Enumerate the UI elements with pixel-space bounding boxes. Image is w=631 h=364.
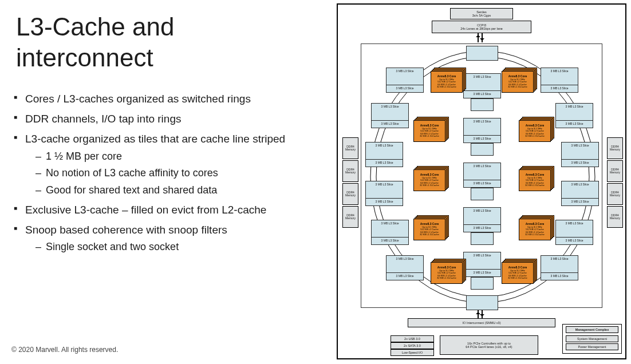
- ddr4-memory-block: DDR4 Memory: [342, 160, 358, 182]
- l3-slice: 3 MB L3 Slice: [541, 68, 578, 76]
- ddr4-memory-block: DDR4 Memory: [342, 137, 358, 159]
- l3-slice: 3 MB L3 Slice: [463, 163, 501, 171]
- l3-slice: 3 MB L3 Slice: [463, 224, 501, 232]
- bullet-3: L3-cache organized as tiles that are cac…: [14, 132, 317, 198]
- tap-node: [471, 98, 494, 111]
- bullet-list: Cores / L3-caches organized as switched …: [14, 92, 317, 259]
- core-label: Armv8.3 CoreUp to 3.1 GHz512 KB L2 Cache…: [502, 71, 534, 93]
- core-label: Armv8.3 CoreUp to 3.1 GHz512 KB L2 Cache…: [502, 262, 534, 284]
- mc-system: System Management: [566, 335, 618, 342]
- l3-slice: 3 MB L3 Slice: [386, 255, 424, 263]
- pcie-block: 16x PCIe Controllers with up to 64 PCIe …: [440, 335, 538, 355]
- l3-slice-stack: 3 MB L3 Slice3 MB L3 Slice: [561, 181, 599, 206]
- ddr4-memory-block: DDR4 Memory: [342, 183, 358, 205]
- mc-title: Management Complex: [566, 326, 618, 333]
- l3-slice-stack: 3 MB L3 Slice3 MB L3 Slice: [541, 255, 578, 280]
- sata-block: 2x SATA 3.0: [391, 342, 434, 349]
- l3-slice: 3 MB L3 Slice: [541, 255, 578, 263]
- tap-node-bottom: [466, 295, 498, 310]
- l3-slice: 3 MB L3 Slice: [541, 85, 578, 93]
- l3-slot-gap: [365, 149, 403, 160]
- bullet-4: Exclusive L3-cache – filled on evict fro…: [14, 203, 317, 218]
- core-cluster: Armv8.3 CoreUp to 3.1 GHz512 KB L2 Cache…: [519, 117, 554, 142]
- bullet-5-sublist: Single socket and two socket: [36, 240, 317, 255]
- core-label: Armv8.3 CoreUp to 3.1 GHz512 KB L2 Cache…: [431, 262, 463, 284]
- core-cluster: Armv8.3 CoreUp to 3.1 GHz512 KB L2 Cache…: [431, 68, 466, 93]
- arrow-up-icon: [478, 310, 479, 318]
- l3-slice: 3 MB L3 Slice: [561, 198, 599, 206]
- tap-node: [471, 188, 494, 200]
- l3-slice: 3 MB L3 Slice: [371, 220, 409, 228]
- ddr4-memory-block: DDR4 Memory: [607, 160, 623, 182]
- l3-slice-stack: 3 MB L3 Slice3 MB L3 Slice: [555, 103, 593, 128]
- l3-slice: 3 MB L3 Slice: [555, 120, 593, 128]
- l3-slice-stack: 3 MB L3 Slice3 MB L3 Slice: [561, 142, 599, 167]
- ddr4-memory-block: DDR4 Memory: [607, 206, 623, 228]
- l3-slice-stack: 3 MB L3 Slice3 MB L3 Slice: [463, 163, 501, 188]
- bullet-3-2: No notion of L3 cache affinity to cores: [36, 166, 317, 181]
- tap-node: [471, 232, 494, 245]
- core-cluster: Armv8.3 CoreUp to 3.1 GHz512 KB L2 Cache…: [502, 259, 537, 284]
- l3-slot-gap: [463, 170, 501, 180]
- bullet-3-3: Good for shared text and shared data: [36, 183, 317, 198]
- tap-node-top: [466, 46, 498, 61]
- bullet-1: Cores / L3-caches organized as switched …: [14, 92, 317, 107]
- copyright-text: © 2020 Marvell. All rights reserved.: [11, 346, 118, 354]
- core-cluster: Armv8.3 CoreUp to 3.1 GHz512 KB L2 Cache…: [502, 68, 537, 93]
- tap-node: [471, 277, 494, 290]
- ddr4-memory-block: DDR4 Memory: [607, 137, 623, 159]
- l3-slice: 3 MB L3 Slice: [371, 120, 409, 128]
- l3-slice-stack: 3 MB L3 Slice3 MB L3 Slice: [463, 252, 501, 277]
- core-cluster: Armv8.3 CoreUp to 3.1 GHz512 KB L2 Cache…: [413, 166, 449, 191]
- ccpi-block: CCPI3 24x Lanes at 28Gbps per lane: [432, 21, 531, 33]
- l3-slot-gap: [561, 149, 599, 160]
- l3-slot-gap: [555, 227, 593, 238]
- l3-slice: 3 MB L3 Slice: [463, 269, 501, 277]
- l3-slot-gap: [561, 188, 599, 199]
- core-cluster: Armv8.3 CoreUp to 3.1 GHz512 KB L2 Cache…: [519, 166, 554, 191]
- l3-slice: 3 MB L3 Slice: [365, 198, 403, 206]
- l3-slice: 3 MB L3 Slice: [463, 180, 501, 188]
- l3-slice-stack: 3 MB L3 Slice3 MB L3 Slice: [371, 103, 409, 128]
- l3-slice: 3 MB L3 Slice: [555, 237, 593, 245]
- core-label: Armv8.3 CoreUp to 3.1 GHz512 KB L2 Cache…: [431, 71, 463, 93]
- l3-slice: 3 MB L3 Slice: [463, 73, 501, 81]
- core-cluster: Armv8.3 CoreUp to 3.1 GHz512 KB L2 Cache…: [431, 259, 466, 284]
- l3-slice-stack: 3 MB L3 Slice3 MB L3 Slice: [386, 255, 424, 280]
- l3-slice-stack: 3 MB L3 Slice3 MB L3 Slice: [541, 68, 578, 93]
- l3-slot-gap: [463, 81, 501, 91]
- l3-slice: 3 MB L3 Slice: [463, 252, 501, 260]
- core-label: Armv8.3 CoreUp to 3.1 GHz512 KB L2 Cache…: [413, 169, 445, 191]
- l3-slice-stack: 3 MB L3 Slice3 MB L3 Slice: [463, 207, 501, 232]
- bullet-3-1: 1 ½ MB per core: [36, 149, 317, 164]
- l3-slice: 3 MB L3 Slice: [541, 272, 578, 280]
- title-line-1: L3-Cache and: [16, 13, 174, 41]
- ddr4-memory-block: DDR4 Memory: [342, 206, 358, 228]
- l3-slice: 3 MB L3 Slice: [386, 68, 424, 76]
- l3-slice: 3 MB L3 Slice: [386, 272, 424, 280]
- l3-slot-gap: [541, 75, 578, 85]
- core-label: Armv8.3 CoreUp to 3.1 GHz512 KB L2 Cache…: [519, 120, 551, 142]
- core-label: Armv8.3 CoreUp to 3.1 GHz512 KB L2 Cache…: [413, 120, 445, 142]
- l3-slice: 3 MB L3 Slice: [561, 181, 599, 189]
- l3-slot-gap: [371, 227, 409, 238]
- core-label: Armv8.3 CoreUp to 3.1 GHz512 KB L2 Cache…: [413, 219, 445, 240]
- usb-block: 2x USB 3.0: [391, 335, 434, 342]
- l3-slice: 3 MB L3 Slice: [463, 135, 501, 143]
- arrow-up-icon: [478, 33, 479, 42]
- l3-slot-gap: [463, 125, 501, 136]
- architecture-diagram: Serdes 3x/s 5A Cgps CCPI3 24x Lanes at 2…: [337, 3, 626, 359]
- arrow-down-icon: [482, 310, 483, 318]
- l3-slot-gap: [365, 188, 403, 199]
- l3-slice: 3 MB L3 Slice: [371, 237, 409, 245]
- l3-slice: 3 MB L3 Slice: [371, 103, 409, 111]
- l3-slice: 3 MB L3 Slice: [365, 181, 403, 189]
- l3-slice-stack: 3 MB L3 Slice3 MB L3 Slice: [365, 142, 403, 167]
- bullet-5: Snoop based coherence with snoop filters…: [14, 223, 317, 255]
- l3-slot-gap: [386, 263, 424, 273]
- core-cluster: Armv8.3 CoreUp to 3.1 GHz512 KB L2 Cache…: [519, 215, 554, 240]
- ddr4-memory-block: DDR4 Memory: [607, 183, 623, 205]
- bullet-2: DDR channels, I/O tap into rings: [14, 112, 317, 127]
- l3-slot-gap: [463, 259, 501, 270]
- l3-slice-stack: 3 MB L3 Slice3 MB L3 Slice: [463, 73, 501, 98]
